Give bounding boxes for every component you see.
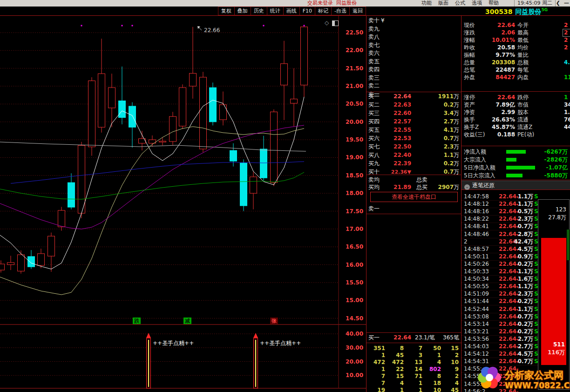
toolbar-item[interactable]: 复权: [218, 7, 234, 15]
sell-queue-row[interactable]: 卖九: [366, 25, 461, 33]
quote-label: 资产: [464, 101, 475, 108]
tick-volume: 2.7万: [514, 343, 533, 350]
divider: [366, 343, 461, 343]
trade-detail-cell: 2: [441, 352, 459, 359]
toolbar-item[interactable]: 画线: [283, 7, 299, 15]
buy-queue-row[interactable]: 买七22.502.3万: [366, 143, 461, 151]
tick-time: 14:52:44: [464, 305, 489, 313]
buy-queue-row[interactable]: 买四22.572.7万: [366, 118, 461, 126]
window-menu-item[interactable]: 功能: [421, 0, 432, 7]
sell-queue-row[interactable]: 卖二: [366, 82, 461, 90]
quote-panel: 现价22.64今开2涨跌2.06最高2涨幅10.01%最低2昨收20.58均价2…: [461, 15, 570, 392]
tick-volume: 0.2万: [514, 297, 533, 305]
sell-queue-row[interactable]: 卖七: [366, 41, 461, 49]
window-control-button[interactable]: ❮: [556, 0, 560, 7]
tick-row[interactable]: 14:48:5722.64▾4.5万S: [461, 245, 538, 253]
kline-chart[interactable]: 22.5022.0021.5021.0020.5020.0019.5019.00…: [0, 15, 366, 392]
sell-queue-row[interactable]: 卖六: [366, 49, 461, 57]
footer-label: 买一: [368, 334, 380, 342]
tick-time: 14:51:09: [464, 290, 489, 297]
tick-row[interactable]: 14:47:5822.64▾1.1万S: [461, 193, 538, 201]
tick-time: 14:50:34: [464, 275, 489, 283]
watermark: 分析家公式网 WWW.70822.COM: [471, 362, 570, 392]
toolbar-item[interactable]: 返回: [349, 7, 366, 15]
full-depth-link[interactable]: 查看全速千档盘口: [370, 192, 458, 202]
tick-row[interactable]: 14:50:3322.64▾1.1万S: [461, 268, 538, 276]
tick-row[interactable]: 14:48:4122.64▾0.7万S: [461, 223, 538, 230]
trade-detail-cell: 1: [386, 387, 404, 392]
money-flow-row: 大宗流入-2826万: [461, 156, 570, 163]
buy-queue-row[interactable]: 买九22.390.2万: [366, 160, 461, 168]
trading-app: 交易未登录 同益股份 功能版面公式选项帮助 19:45:09 周二 ❮— 复权叠…: [0, 0, 570, 392]
buy-queue-row[interactable]: 买五22.554.1万: [366, 126, 461, 134]
tick-row[interactable]: 14:53:5622.64▾2.7万S: [461, 335, 538, 343]
tick-row[interactable]: 14:48:1222.64▾1.1万S: [461, 200, 538, 208]
toolbar-item[interactable]: F10: [299, 7, 315, 15]
svg-text:减: 减: [185, 318, 190, 324]
tick-row[interactable]: 14:50:3422.64▾1.6万S: [461, 275, 538, 283]
tick-restore-header[interactable]: ⌄逐笔还原: [461, 181, 570, 190]
trade-detail-cell: 4: [423, 359, 441, 366]
quote-row: 外盘84427内盘11: [461, 74, 570, 81]
tick-row[interactable]: 14:50:1122.64▾0.9万S: [461, 253, 538, 261]
tick-row[interactable]: 14:51:4422.64▾0.2万S: [461, 297, 538, 305]
toolbar-item[interactable]: 叠加: [234, 7, 251, 15]
tick-row[interactable]: 14:54:1222.64▾4.5万S: [461, 350, 538, 358]
svg-text:17.00: 17.00: [346, 226, 363, 232]
tick-row[interactable]: 14:51:0922.64▾2.3万S: [461, 290, 538, 298]
window-menu: 功能版面公式选项帮助: [421, 0, 499, 7]
tick-time: 14:50:55: [464, 283, 489, 290]
trade-detail-cell: 10: [441, 359, 459, 366]
sell-queue-row[interactable]: 卖八: [366, 33, 461, 41]
quote-label: 净资: [464, 108, 475, 116]
tick-row[interactable]: 14:54:0322.64▾2.7万S: [461, 343, 538, 351]
buy-queue-row[interactable]: 买三22.603.4万: [366, 109, 461, 117]
toolbar-item[interactable]: -自选: [331, 7, 349, 15]
sell-row-label: 卖十: [368, 17, 380, 25]
trade-detail-cell: 472: [367, 359, 385, 366]
sell-row-label: 卖八: [368, 33, 380, 41]
order-volume: 0.2万: [413, 160, 459, 168]
window-menu-item[interactable]: 帮助: [489, 0, 499, 7]
tick-row[interactable]: 222.64▾42.4万S: [461, 238, 538, 246]
sell-queue-row[interactable]: 卖四: [366, 66, 461, 74]
toolbar-item[interactable]: 统计: [267, 7, 283, 15]
tick-row[interactable]: 14:48:2222.64▾2.3万S: [461, 215, 538, 223]
tick-row[interactable]: 14:48:4622.64▾2.8万S: [461, 230, 538, 238]
order-book-panel: 卖十¥卖九卖八卖七卖六卖五卖四卖三卖二卖一买一22.641911万买二22.63…: [366, 15, 461, 392]
tick-row[interactable]: 14:53:0822.64▾0.7万S: [461, 313, 538, 321]
buy-queue-row[interactable]: 买八22.401.1万: [366, 151, 461, 159]
window-menu-item[interactable]: 选项: [472, 0, 482, 7]
window-control-button[interactable]: —: [564, 0, 569, 7]
sell-queue-row[interactable]: 卖三: [366, 74, 461, 82]
diamond-icon[interactable]: ◇: [325, 20, 329, 26]
buy-queue-row[interactable]: 买六22.530.7万: [366, 135, 461, 142]
quote-value: 0.188: [482, 131, 515, 138]
money-flow-row: 净流入额-6267万: [461, 148, 570, 155]
sell-row-label: 卖六: [368, 49, 380, 57]
tick-volume: 0.5万: [514, 208, 533, 215]
toolbar-item[interactable]: 标记: [315, 7, 331, 15]
svg-text:++圣手点精++: ++圣手点精++: [153, 340, 194, 346]
buy-queue-row[interactable]: 买一22.641911万: [366, 93, 461, 101]
tick-row[interactable]: 14:48:1622.64▾0.5万S: [461, 208, 538, 216]
tick-row[interactable]: 14:52:4422.64▾1.1万S: [461, 305, 538, 313]
sell-queue-row[interactable]: 卖五: [366, 58, 461, 66]
flow-bar: [506, 174, 522, 177]
toolbar-item[interactable]: 历史: [251, 7, 267, 15]
tick-row[interactable]: 14:50:5522.64▾1.1万S: [461, 283, 538, 291]
quote-row: 净资2.99股本1.: [461, 108, 570, 116]
tick-row[interactable]: 14:50:2622.64▾0.2万S: [461, 260, 538, 268]
sell-row-label: 卖四: [368, 66, 380, 74]
sell-queue-row[interactable]: 卖十¥: [366, 17, 461, 25]
quote-label: 现价: [464, 21, 475, 29]
window-menu-item[interactable]: 版面: [438, 0, 448, 7]
tick-row[interactable]: 14:53:1422.64▾0.2万S: [461, 320, 538, 328]
quote-label: 振幅: [464, 51, 475, 59]
window-split-icon[interactable]: [332, 20, 339, 26]
quote-label: 市值: [517, 101, 529, 108]
buy-queue-row[interactable]: 买二22.630.2万: [366, 101, 461, 109]
window-menu-item[interactable]: 公式: [455, 0, 465, 7]
tick-row[interactable]: 14:53:2122.64▾0.2万S: [461, 328, 538, 336]
trade-detail-cell: 45: [386, 352, 404, 359]
